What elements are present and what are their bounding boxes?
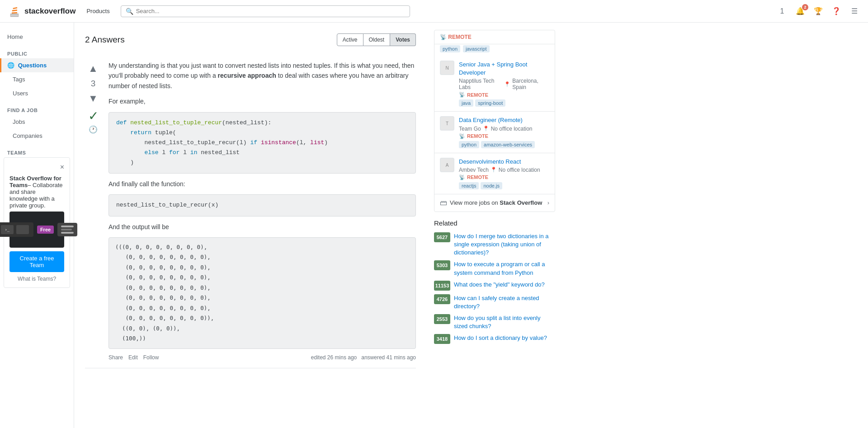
tag-python-2[interactable]: python (459, 141, 479, 148)
job-remote-1: 📡REMOTE (459, 92, 549, 98)
related-item-2: 5303 How to execute a program or call a … (434, 260, 555, 277)
svg-rect-2 (12, 12, 17, 13)
help-icon[interactable]: ❓ (830, 5, 843, 18)
answer-code-block-1: def nested_list_to_tuple_recur(nested_li… (108, 112, 416, 174)
teams-free-badge: Free (37, 226, 54, 234)
tag-aws[interactable]: amazon-web-services (481, 141, 535, 148)
job-company-2: Team Go 📍 No office location (459, 126, 549, 132)
achievements-icon[interactable]: 🏆 (812, 5, 825, 18)
sidebar-users[interactable]: Users (0, 86, 74, 100)
what-is-teams-link[interactable]: What is Teams? (9, 276, 64, 282)
related-score-2: 5303 (434, 260, 450, 270)
related-title: Related (434, 219, 555, 227)
create-team-button[interactable]: Create a free Team (9, 251, 64, 272)
related-link-2[interactable]: How to execute a program or call a syste… (454, 260, 555, 277)
sidebar-tags[interactable]: Tags (0, 72, 74, 86)
job-company-3: Ambev Tech 📍 No office location (459, 167, 549, 173)
sidebar-home[interactable]: Home (0, 30, 74, 44)
job-title-3[interactable]: Desenvolvimento React (459, 158, 549, 166)
related-item-5: 2553 How do you split a list into evenly… (434, 314, 555, 330)
upvote-button[interactable]: ▲ (85, 61, 101, 77)
accepted-check-icon: ✓ (88, 108, 99, 123)
job-company-1: Napptilus Tech Labs 📍 Barcelona, Spain (459, 78, 549, 90)
answer-actions: Share Edit Follow edited 26 mins ago ans… (108, 354, 416, 361)
tag-python[interactable]: python (440, 45, 460, 52)
job-logo-1: N (440, 61, 454, 75)
svg-rect-3 (12, 9, 17, 11)
tag-javascript[interactable]: javascript (463, 45, 489, 52)
tag-reactjs[interactable]: reactjs (459, 182, 479, 189)
answer-block: ▲ 3 ▼ ✓ 🕐 My understanding is that you j… (85, 53, 416, 368)
svg-text:A: A (446, 163, 449, 168)
answer-output-code: (((0, 0, 0, 0, 0, 0, 0, 0), (0, 0, 0, 0,… (108, 237, 416, 349)
notifications-icon[interactable]: 🔔 2 (794, 5, 807, 18)
related-link-5[interactable]: How do you split a list into evenly size… (454, 314, 555, 330)
tag-nodejs[interactable]: node.js (481, 182, 502, 189)
job-remote-2: 📡REMOTE (459, 133, 549, 139)
nav-products[interactable]: Products (83, 6, 113, 16)
answers-title: 2 Answers (85, 35, 125, 45)
logo[interactable]: stackoverflow (7, 4, 75, 19)
teams-title-text: Stack Overflow for Teams– Collaborate an… (9, 175, 64, 209)
svg-text:N: N (445, 66, 448, 71)
job-title-1[interactable]: Senior Java + Spring Boot Developer (459, 61, 549, 77)
menu-icon[interactable]: ☰ (848, 5, 861, 18)
sidebar-companies[interactable]: Companies (0, 129, 74, 143)
vote-column: ▲ 3 ▼ ✓ 🕐 (85, 61, 101, 361)
teams-close-button[interactable]: × (60, 163, 64, 171)
tag-spring-boot[interactable]: spring-boot (475, 99, 505, 107)
notif-badge: 2 (802, 4, 808, 10)
search-icon: 🔍 (126, 8, 133, 15)
view-more-jobs-link[interactable]: 🗃 View more jobs on Stack Overflow › (434, 194, 555, 212)
logo-text: stackoverflow (24, 7, 75, 16)
answer-output-label: And the output will be (108, 222, 416, 232)
related-link-4[interactable]: How can I safely create a nested directo… (454, 294, 555, 310)
related-section: Related 5627 How do I merge two dictiona… (434, 219, 555, 344)
globe-icon: 🌐 (7, 62, 14, 69)
jobs-widget: 📡 REMOTE python javascript N Senior Java… (434, 30, 555, 212)
related-score-1: 5627 (434, 232, 450, 242)
answer-sort-buttons: Active Oldest Votes (337, 33, 416, 46)
related-link-6[interactable]: How do I sort a dictionary by value? (454, 334, 547, 342)
downvote-button[interactable]: ▼ (85, 90, 101, 107)
sort-active-button[interactable]: Active (337, 33, 363, 46)
sort-oldest-button[interactable]: Oldest (363, 33, 391, 46)
follow-link[interactable]: Follow (143, 354, 159, 361)
teams-illustration: ›_ Free (9, 212, 64, 248)
sidebar-jobs[interactable]: Jobs (0, 115, 74, 129)
job-tags-2: python amazon-web-services (459, 141, 549, 148)
edit-history-icon[interactable]: 🕐 (89, 125, 98, 134)
job-logo-3: A (440, 158, 454, 172)
search-input[interactable] (136, 8, 405, 14)
right-sidebar: 📡 REMOTE python javascript N Senior Java… (427, 23, 562, 428)
related-score-3: 11153 (434, 281, 450, 291)
answer-finally: And finally call the function: (108, 179, 416, 189)
tag-java[interactable]: java (459, 99, 473, 107)
job-item-3: A Desenvolvimento React Ambev Tech 📍 No … (434, 153, 555, 194)
job-item-2: T Data Engineer (Remote) Team Go 📍 No of… (434, 112, 555, 153)
related-link-1[interactable]: How do I merge two dictionaries in a sin… (454, 232, 555, 257)
answer-for-example: For example, (108, 96, 416, 106)
job-tags-3: reactjs node.js (459, 182, 549, 189)
inbox-icon[interactable]: 1 (776, 5, 788, 18)
search-bar: 🔍 (121, 5, 410, 17)
job-item-1: N Senior Java + Spring Boot Developer Na… (434, 56, 555, 112)
job-title-2[interactable]: Data Engineer (Remote) (459, 116, 549, 124)
svg-rect-4 (13, 7, 17, 9)
edited-link[interactable]: edited 26 mins ago (311, 354, 357, 361)
teams-sidebar-widget: × Stack Overflow for Teams– Collaborate … (4, 157, 70, 288)
teams-header: × (9, 163, 64, 171)
job-info-1: Senior Java + Spring Boot Developer Napp… (459, 61, 549, 107)
related-link-3[interactable]: What does the "yield" keyword do? (454, 281, 545, 289)
answer-code-block-2: nested_list_to_tuple_recur(x) (108, 194, 416, 216)
related-score-6: 3418 (434, 334, 450, 344)
related-score-4: 4726 (434, 294, 450, 304)
sidebar-jobs-label: FIND A JOB (0, 100, 74, 115)
share-link[interactable]: Share (108, 354, 123, 361)
edit-link[interactable]: Edit (128, 354, 138, 361)
sidebar-questions[interactable]: 🌐 Questions (0, 58, 74, 72)
related-item-1: 5627 How do I merge two dictionaries in … (434, 232, 555, 257)
sort-votes-button[interactable]: Votes (390, 33, 416, 46)
svg-text:T: T (446, 121, 448, 126)
sidebar-public-label: PUBLIC (0, 44, 74, 58)
